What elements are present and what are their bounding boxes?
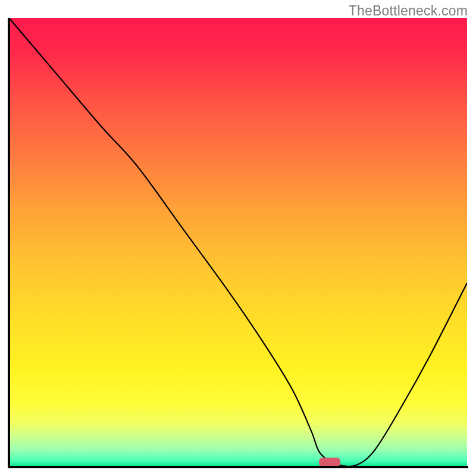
optimal-point-marker	[319, 458, 340, 466]
plot-area	[9, 18, 467, 467]
y-axis	[8, 18, 10, 468]
watermark-text: TheBottleneck.com	[349, 3, 468, 19]
curve-layer	[9, 18, 467, 467]
bottleneck-chart: TheBottleneck.com	[0, 0, 476, 476]
bottleneck-curve-line	[9, 18, 467, 466]
x-axis	[8, 466, 468, 468]
